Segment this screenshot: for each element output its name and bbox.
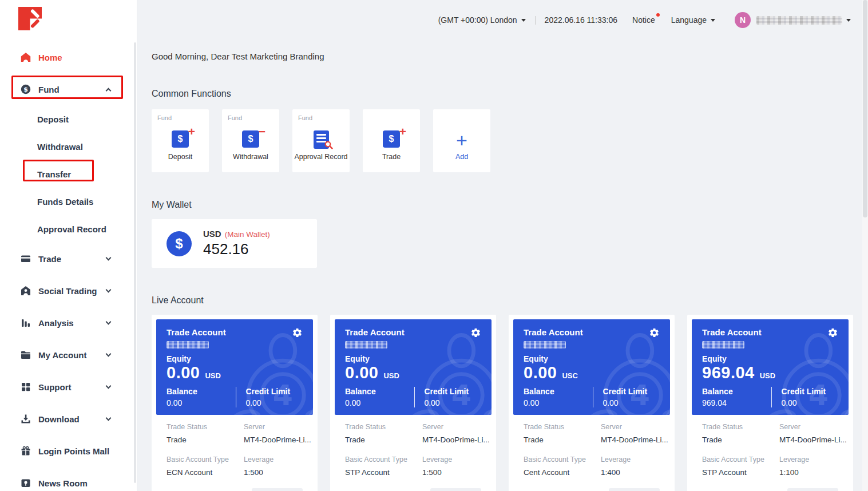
balance-value: 969.04: [702, 398, 771, 407]
account-type-label: Basic Account Type: [345, 456, 422, 464]
trade-status-label: Trade Status: [345, 423, 422, 431]
sidebar-item-withdrawal[interactable]: Withdrawal: [0, 133, 137, 160]
account-type-value: Cent Account: [524, 468, 601, 477]
credit-limit-label: Credit Limit: [781, 387, 838, 396]
sidebar-item-approval-record[interactable]: Approval Record: [0, 215, 137, 243]
main-area: (GMT +00:00) London 2022.06.16 11:33:06 …: [138, 0, 868, 491]
sidebar-item-my-account[interactable]: My Account: [0, 339, 137, 371]
equity-currency: USD: [383, 371, 399, 380]
function-card-trade[interactable]: $+ Trade: [363, 109, 420, 172]
sidebar-item-deposit[interactable]: Deposit: [0, 105, 137, 133]
wallet-card[interactable]: $ USD(Main Wallet) 452.16: [152, 219, 317, 268]
web-trade-button[interactable]: Web Trade: [609, 488, 660, 491]
account-summary-panel: Trade Account Equity 0.00 USC Balance 0.: [513, 319, 670, 415]
sidebar-item-news-room[interactable]: News Room: [0, 467, 137, 491]
equity-label: Equity: [345, 354, 481, 363]
leverage-value: 1:500: [244, 468, 311, 477]
timezone-label: (GMT +00:00) London: [438, 15, 517, 25]
balance-label: Balance: [345, 387, 414, 396]
account-type-value: ECN Account: [167, 468, 244, 477]
brand-logo[interactable]: [18, 7, 42, 30]
trade-status-value: Trade: [524, 435, 601, 444]
trade-icon: $+: [363, 130, 420, 151]
sidebar-nav: Home $ Fund Deposit Withdrawal Transfer …: [0, 0, 137, 491]
wallet-icon: [21, 254, 31, 264]
leverage-label: Leverage: [244, 456, 311, 464]
server-label: Server: [244, 423, 311, 431]
account-number-redacted: [345, 341, 387, 349]
live-account-card: Trade Account Equity 969.04 USD Balance: [687, 315, 853, 491]
approval-record-icon: [292, 130, 350, 151]
credit-limit-label: Credit Limit: [603, 387, 660, 396]
trade-status-value: Trade: [702, 435, 779, 444]
sidebar-item-transfer[interactable]: Transfer: [0, 160, 137, 188]
timezone-select[interactable]: (GMT +00:00) London: [438, 15, 526, 25]
magnifier-icon: [324, 141, 333, 152]
sidebar-item-funds-details[interactable]: Funds Details: [0, 188, 137, 215]
function-card-category: Fund: [157, 114, 172, 121]
equity-label: Equity: [702, 354, 838, 363]
sidebar-item-trade[interactable]: Trade: [0, 243, 137, 275]
page-scrollbar-thumb[interactable]: [863, 0, 867, 217]
function-card-deposit[interactable]: Fund $+ Deposit: [152, 109, 209, 172]
sidebar-item-fund[interactable]: $ Fund: [0, 73, 137, 105]
sidebar-item-analysis[interactable]: Analysis: [0, 307, 137, 339]
sidebar-item-label: Deposit: [37, 114, 69, 124]
settings-gear-icon[interactable]: [292, 327, 303, 338]
sidebar-item-label: Social Trading: [38, 286, 97, 296]
settings-gear-icon[interactable]: [827, 327, 838, 338]
sidebar-item-support[interactable]: Support: [0, 371, 137, 403]
avatar-initial: N: [740, 15, 746, 25]
server-value: MT4-DooPrime-Li...: [244, 435, 311, 444]
sidebar-item-home[interactable]: Home: [0, 41, 137, 73]
server-value: MT4-DooPrime-Li...: [601, 435, 668, 444]
account-details: Trade StatusTrade ServerMT4-DooPrime-Li.…: [335, 415, 492, 491]
trade-account-title: Trade Account: [702, 327, 762, 337]
my-wallet-title: My Wallet: [152, 200, 868, 210]
wallet-info: USD(Main Wallet) 452.16: [203, 229, 270, 258]
web-trade-button[interactable]: Web Trade: [787, 488, 838, 491]
sidebar-scrollbar[interactable]: [134, 42, 136, 483]
server-value: MT4-DooPrime-Li...: [779, 435, 847, 444]
settings-gear-icon[interactable]: [649, 327, 660, 338]
live-account-row: Trade Account Equity 0.00 USD Balance 0.: [152, 315, 868, 491]
wallet-amount: 452.16: [203, 240, 270, 258]
web-trade-button[interactable]: Web Trade: [252, 488, 303, 491]
settings-gear-icon[interactable]: [470, 327, 481, 338]
function-card-category: Fund: [298, 114, 312, 121]
function-card-approval-record[interactable]: Fund Approval Record: [292, 109, 350, 172]
balance-label: Balance: [524, 387, 593, 396]
credit-limit-value: 0.00: [603, 398, 660, 407]
sidebar-item-login-points-mall[interactable]: Login Points Mall: [0, 435, 137, 467]
common-functions-row: Fund $+ Deposit Fund $− Withdrawal Fund: [152, 109, 868, 172]
credit-limit-value: 0.00: [424, 398, 481, 407]
language-select[interactable]: Language: [671, 15, 715, 25]
trade-status-label: Trade Status: [167, 423, 244, 431]
gift-icon: [21, 446, 31, 456]
account-type-value: STP Account: [702, 468, 779, 477]
datetime-label: 2022.06.16 11:33:06: [545, 15, 617, 25]
server-value: MT4-DooPrime-Li...: [422, 435, 490, 444]
account-number-redacted: [167, 341, 209, 349]
dollar-circle-icon: $: [167, 231, 192, 256]
grid-icon: [21, 382, 31, 392]
sidebar-item-download[interactable]: Download: [0, 403, 137, 435]
chevron-down-icon: [106, 287, 112, 292]
sidebar: Home $ Fund Deposit Withdrawal Transfer …: [0, 0, 137, 491]
credit-limit-label: Credit Limit: [424, 387, 481, 396]
brand-logo-icon: [18, 7, 42, 30]
equity-value: 0.00: [345, 363, 378, 382]
function-card-withdrawal[interactable]: Fund $− Withdrawal: [222, 109, 279, 172]
sidebar-item-social-trading[interactable]: Social Trading: [0, 275, 137, 307]
trade-status-value: Trade: [167, 435, 244, 444]
trade-account-title: Trade Account: [167, 327, 226, 337]
minus-badge-icon: −: [259, 123, 265, 140]
function-card-add[interactable]: + Add: [433, 109, 490, 172]
balance-label: Balance: [167, 387, 236, 396]
sidebar-item-label: Transfer: [37, 169, 71, 179]
web-trade-button[interactable]: Web Trade: [430, 488, 481, 491]
notice-link[interactable]: Notice: [632, 15, 655, 25]
page-scrollbar[interactable]: [862, 0, 868, 491]
user-menu[interactable]: N: [735, 12, 851, 28]
equity-value: 0.00: [167, 363, 200, 382]
